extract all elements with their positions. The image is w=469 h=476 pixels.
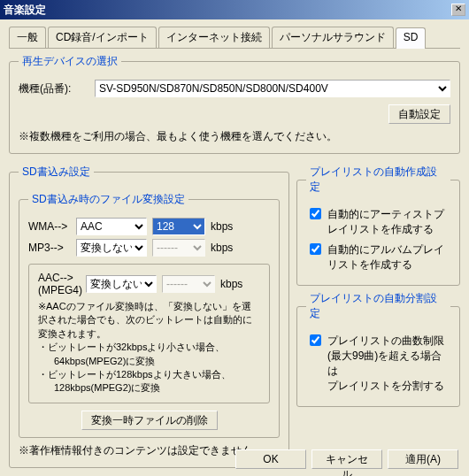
cancel-button[interactable]: キャンセル	[311, 449, 382, 469]
playlist-auto-legend: プレイリストの自動作成設定	[306, 165, 450, 195]
split-label-2: (最大99曲)を超える場合は	[327, 349, 450, 379]
device-label: 機種(品番):	[19, 81, 89, 96]
tab-internet[interactable]: インターネット接続	[158, 27, 270, 48]
wma-format-select[interactable]: AAC	[76, 218, 147, 235]
split-label-3: プレイリストを分割する	[327, 379, 450, 394]
dialog-buttons: OK キャンセル 適用(A)	[235, 449, 458, 469]
aac-group: AAC--> (MPEG4) 変換しない ------ kbps ※AACのファ…	[28, 264, 270, 403]
aac-bitrate-select: ------	[162, 275, 215, 293]
album-playlist-check[interactable]	[310, 243, 321, 255]
sd-write-group: SD書込み設定 SD書込み時のファイル変換設定 WMA--> AAC 128 k…	[9, 165, 289, 468]
aac-note: ※AACのファイル変換時は、「変換しない」を選択された場合でも、次のビットレート…	[38, 300, 260, 341]
tab-sd[interactable]: SD	[396, 27, 427, 49]
aac-label2: (MPEG4)	[38, 284, 81, 296]
mp3-format-select[interactable]: 変換しない	[76, 239, 147, 257]
device-legend: 再生デバイスの選択	[19, 54, 121, 69]
convert-group: SD書込み時のファイル変換設定 WMA--> AAC 128 kbps MP3-…	[19, 192, 280, 438]
mp3-bitrate-select: ------	[152, 239, 205, 257]
sd-write-legend: SD書込み設定	[19, 165, 94, 180]
close-icon[interactable]: ✕	[451, 4, 465, 16]
auto-detect-button[interactable]: 自動設定	[388, 104, 450, 124]
device-note: ※複数機種をご利用の場合、最もよく使う機種を選んでください。	[19, 129, 450, 144]
window-title: 音楽設定	[4, 3, 451, 18]
album-playlist-label: 自動的にアルバムプレイリストを作成する	[327, 242, 450, 273]
device-select[interactable]: SV-SD950N/SD870N/SD850N/SD800N/SD400V	[95, 80, 450, 97]
artist-playlist-check[interactable]	[310, 208, 321, 219]
split-playlist-check[interactable]	[310, 334, 321, 346]
split-label-1: プレイリストの曲数制限	[327, 334, 450, 349]
wma-bitrate-select[interactable]: 128	[152, 218, 205, 235]
ok-button[interactable]: OK	[235, 449, 306, 469]
wma-label: WMA-->	[28, 220, 71, 233]
convert-legend: SD書込み時のファイル変換設定	[28, 192, 188, 207]
tab-general[interactable]: 一般	[9, 27, 46, 48]
aac-bullet2b: 128kbps(MPEG2)に変換	[54, 381, 260, 395]
playlist-split-legend: プレイリストの自動分割設定	[306, 291, 450, 321]
tab-cd-import[interactable]: CD録音/インポート	[48, 27, 157, 48]
aac-bullet1: ・ビットレートが32kbpsより小さい場合、	[38, 341, 260, 354]
playlist-auto-group: プレイリストの自動作成設定 自動的にアーティストプレイリストを作成する 自動的に…	[296, 165, 460, 286]
aac-format-select[interactable]: 変換しない	[86, 275, 157, 293]
mp3-label: MP3-->	[28, 242, 71, 254]
aac-bullet1b: 64kbps(MPEG2)に変換	[54, 355, 260, 368]
aac-label: AAC-->	[38, 272, 81, 284]
tab-surround[interactable]: パーソナルサラウンド	[272, 27, 394, 48]
device-group: 再生デバイスの選択 機種(品番): SV-SD950N/SD870N/SD850…	[9, 54, 460, 154]
mp3-kbps-label: kbps	[211, 242, 233, 254]
wma-kbps-label: kbps	[211, 220, 233, 233]
aac-bullet2: ・ビットレートが128kbpsより大きい場合、	[38, 368, 260, 381]
apply-button[interactable]: 適用(A)	[388, 449, 458, 469]
aac-kbps-label: kbps	[220, 278, 242, 290]
tab-bar: 一般 CD録音/インポート インターネット接続 パーソナルサラウンド SD	[9, 27, 460, 49]
artist-playlist-label: 自動的にアーティストプレイリストを作成する	[327, 207, 450, 237]
playlist-split-group: プレイリストの自動分割設定 プレイリストの曲数制限 (最大99曲)を超える場合は…	[296, 291, 460, 407]
title-bar: 音楽設定 ✕	[0, 0, 469, 19]
delete-temp-button[interactable]: 変換一時ファイルの削除	[81, 411, 218, 430]
